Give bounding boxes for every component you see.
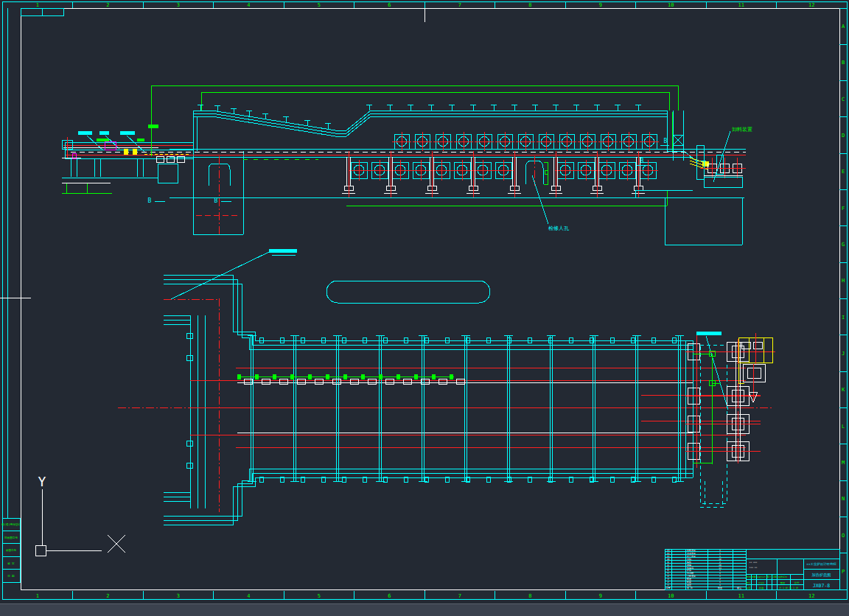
grid-col-label: 6 <box>388 2 391 8</box>
label-bar <box>696 332 722 335</box>
discharge-label: 卸料装置 <box>732 127 752 133</box>
pipe-fitting <box>326 374 329 379</box>
pipe-fitting <box>414 374 418 379</box>
scale-label: 比例 <box>794 581 799 584</box>
section-mark: B <box>214 197 218 204</box>
grid-col-label: 3 <box>177 2 180 8</box>
pipe-fitting <box>432 374 436 379</box>
grid-col-label: 10 <box>668 593 674 599</box>
cross-ribs <box>248 335 684 481</box>
revision-strip: 借(通)用件登记旧底图总号底图总号签 字日 期 <box>1 518 21 582</box>
weight-label: 重量 <box>780 581 786 584</box>
left-pit <box>193 156 243 234</box>
label-bar <box>97 139 109 141</box>
section-mark: B <box>664 138 668 144</box>
label-bar <box>120 131 135 135</box>
grid-row-label: F <box>842 206 845 211</box>
revision-row-label: 借(通)用件登记 <box>1 522 21 526</box>
label-bar <box>78 131 92 135</box>
revision-row-label: 旧底图总号 <box>4 536 18 539</box>
grid-row-label: E <box>842 169 845 175</box>
grid-col-label: 7 <box>458 593 461 599</box>
y-axis-label: Y <box>38 474 46 489</box>
pipe-fitting <box>361 374 365 379</box>
sign-label: 批准 <box>759 587 764 589</box>
sign-label: 处数 <box>751 575 756 578</box>
grid-col-label: 12 <box>808 2 814 8</box>
grid-col-label: 2 <box>106 593 109 599</box>
sheet-frame <box>0 1 847 599</box>
stage-label: 阶段标记 <box>778 575 787 578</box>
edge-burner-clips <box>259 337 676 482</box>
drawing-canvas[interactable]: 112233445566778899101011111212ABCDEFGHIJ… <box>0 0 849 616</box>
label-bar <box>99 131 109 135</box>
elevation-view: 卸料装置 检修人孔 B B B B <box>62 85 752 245</box>
leader-line <box>713 131 730 182</box>
grid-col-label: 6 <box>388 593 391 599</box>
pipe-fitting <box>255 374 259 379</box>
furnace-roof <box>193 111 667 136</box>
manhole-label: 检修人孔 <box>548 225 570 231</box>
grid-col-label: 8 <box>528 593 531 599</box>
grid-row-label: N <box>842 496 845 502</box>
grid-row-label: L <box>842 424 845 430</box>
plan-view <box>118 249 775 525</box>
grid-row-label: H <box>842 278 845 284</box>
sign-label: 更改文件号 <box>757 576 766 578</box>
grid-col-label: 11 <box>738 2 744 8</box>
arch-door <box>525 156 548 186</box>
bom-cell: 备注 <box>737 587 741 589</box>
grid-row-label: A <box>842 24 845 29</box>
sign-label: 设计 <box>746 581 751 584</box>
feed-branch <box>164 275 693 525</box>
plan-annotations <box>171 249 728 410</box>
cad-application-window: 112233445566778899101011111212ABCDEFGHIJ… <box>0 0 849 616</box>
sign-label: 日期 <box>772 575 776 578</box>
grid-col-label: 5 <box>318 2 321 8</box>
grid-col-label: 4 <box>247 2 250 8</box>
grid-row-label: P <box>842 569 845 575</box>
grid-col-label: 9 <box>599 593 602 599</box>
sign-entry: ×× ××× <box>750 561 758 564</box>
pipe-fitting <box>450 374 453 379</box>
leader-line <box>171 252 269 299</box>
bom-cell: 名 称 <box>687 587 693 589</box>
x-axis-label <box>108 535 125 553</box>
drawing-title: 加热炉总图 <box>812 573 831 577</box>
grid-col-label: 9 <box>599 2 602 8</box>
leader-line <box>87 136 103 150</box>
paper-border <box>2 1 847 599</box>
leader-line <box>532 175 548 224</box>
grid-col-label: 1 <box>36 593 39 599</box>
drive-assembly <box>685 333 775 507</box>
section-mark: B <box>640 158 644 164</box>
revision-row-label: 日 期 <box>7 575 15 578</box>
statusbar-background <box>0 603 849 616</box>
grid-row-label: M <box>842 460 845 466</box>
drive-motor <box>743 364 765 382</box>
grid-col-label: 11 <box>738 593 744 599</box>
slot-opening <box>326 281 490 303</box>
pipe-fitting <box>290 374 294 379</box>
kiln-centerlines <box>118 368 772 447</box>
feed-assembly <box>62 125 193 183</box>
section-mark: B <box>148 197 152 204</box>
grid-col-label: 8 <box>528 2 531 8</box>
grid-col-label: 2 <box>106 2 109 8</box>
bom-cell: 数量 <box>718 587 722 589</box>
furnace-body <box>193 111 706 197</box>
label-bar <box>137 139 144 141</box>
discharge-assembly <box>635 145 746 245</box>
grid-row-label: C <box>842 97 845 102</box>
title-block: 13卸料装置112传动装置111炉门装置110托辊169链轮28烧嘴267热电偶… <box>665 549 839 589</box>
ucs-icon: Y <box>35 474 125 556</box>
label-bar <box>269 249 297 253</box>
grid-reference-strip: 112233445566778899101011111212ABCDEFGHIJ… <box>2 1 847 599</box>
pipe-fitting <box>379 374 382 379</box>
drawing-frame <box>21 8 839 589</box>
upper-burner-row <box>392 132 659 151</box>
grid-row-label: B <box>842 60 845 66</box>
grid-row-label: J <box>842 351 845 357</box>
revision-row-label: 签 字 <box>7 561 15 565</box>
bom-cell: 序号 <box>666 587 671 589</box>
